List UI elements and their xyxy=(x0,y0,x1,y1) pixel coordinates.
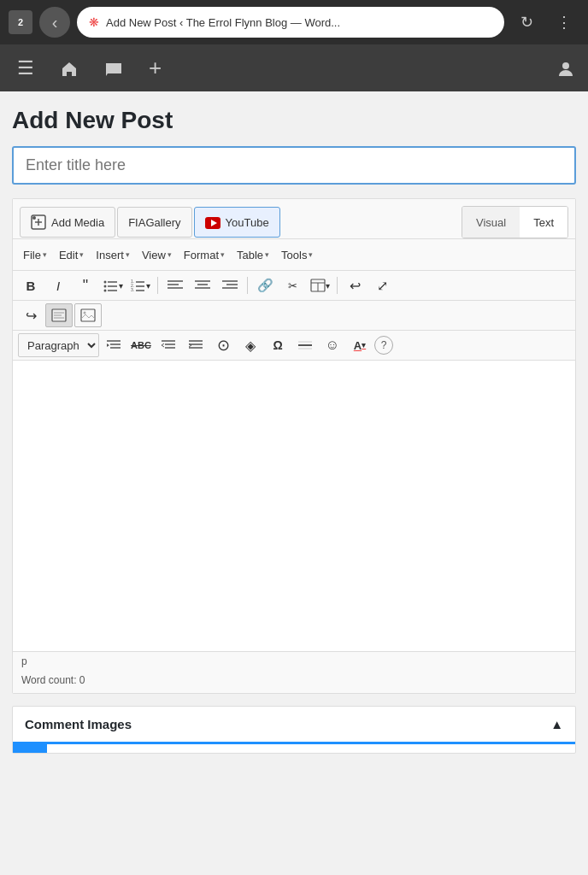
bullet-list-button[interactable]: ▾ xyxy=(100,273,126,297)
address-text: Add New Post ‹ The Errol Flynn Blog — Wo… xyxy=(106,16,340,29)
svg-point-0 xyxy=(562,62,569,69)
comment-images-header[interactable]: Comment Images ▲ xyxy=(13,707,575,744)
tab-count: 2 xyxy=(9,10,32,34)
table-menu[interactable]: Table ▾ xyxy=(232,243,274,267)
word-count-label: Word count: xyxy=(21,674,76,686)
italic-button[interactable]: I xyxy=(45,273,71,297)
svg-point-7 xyxy=(103,285,106,288)
format-row-2: ↪ xyxy=(13,301,575,331)
comment-images-collapse-icon[interactable]: ▲ xyxy=(550,717,563,731)
format-chevron-icon: ▾ xyxy=(220,250,225,259)
visual-text-tabs: Visual Text xyxy=(462,206,568,238)
fla-gallery-label: FIAGallery xyxy=(128,216,180,229)
add-media-button[interactable]: Add Media xyxy=(20,207,115,238)
link-button[interactable]: 🔗 xyxy=(252,273,278,297)
media-row: Add Media FIAGallery YouTube Visual Text xyxy=(13,199,575,239)
edit-menu[interactable]: Edit ▾ xyxy=(54,243,89,267)
youtube-label: YouTube xyxy=(226,216,269,229)
home-button[interactable] xyxy=(55,52,84,85)
divider-1 xyxy=(157,277,158,294)
add-media-icon xyxy=(31,214,46,231)
more-button[interactable]: ⋮ xyxy=(549,7,579,38)
strikethrough-button[interactable]: ABC xyxy=(128,333,154,357)
svg-point-9 xyxy=(103,290,106,292)
editor-container: Add Media FIAGallery YouTube Visual Text xyxy=(12,198,576,694)
format-row-3: Paragraph Heading 1 Heading 2 Heading 3 … xyxy=(13,331,575,361)
paragraph-select[interactable]: Paragraph Heading 1 Heading 2 Heading 3 xyxy=(18,333,99,357)
tools-menu[interactable]: Tools ▾ xyxy=(276,243,318,267)
numbered-list-button[interactable]: 1.2.3. ▾ xyxy=(127,273,153,297)
emoji-button[interactable]: ☺ xyxy=(320,333,345,357)
align-center-button[interactable] xyxy=(190,273,215,297)
text-color-button[interactable]: A ▾ xyxy=(347,333,373,357)
eraser-button[interactable]: ◈ xyxy=(238,333,263,357)
post-title-input[interactable] xyxy=(12,146,576,185)
user-button[interactable] xyxy=(556,56,576,79)
view-menu[interactable]: View ▾ xyxy=(137,243,177,267)
editor-body[interactable] xyxy=(13,361,575,651)
table-insert-button[interactable]: ▾ xyxy=(307,273,332,297)
view-chevron-icon: ▾ xyxy=(168,250,172,259)
indent-button[interactable] xyxy=(101,333,126,357)
divider-3 xyxy=(337,277,338,294)
file-chevron-icon: ▾ xyxy=(43,250,47,259)
youtube-icon xyxy=(205,214,220,230)
format-menu[interactable]: Format ▾ xyxy=(179,243,230,267)
browser-chrome: 2 ‹ ❋ Add New Post ‹ The Errol Flynn Blo… xyxy=(0,0,588,44)
nav-bar: ☰ + xyxy=(0,44,588,91)
outdent-button[interactable] xyxy=(156,333,181,357)
bold-button[interactable]: B xyxy=(18,273,44,297)
insert-menu[interactable]: Insert ▾ xyxy=(91,243,135,267)
text-tab[interactable]: Text xyxy=(520,207,567,238)
menu-row: File ▾ Edit ▾ Insert ▾ View ▾ Format ▾ T… xyxy=(13,239,575,271)
file-menu[interactable]: File ▾ xyxy=(18,243,52,267)
add-media-label: Add Media xyxy=(51,216,104,229)
page-content: Add New Post Add Media FIAGallery xyxy=(0,91,588,766)
visual-tab[interactable]: Visual xyxy=(462,207,520,238)
divider-2 xyxy=(247,277,248,294)
special-char-button[interactable]: Ω xyxy=(265,333,291,357)
svg-point-2 xyxy=(32,216,36,220)
page-title: Add New Post xyxy=(12,107,576,134)
menu-button[interactable]: ☰ xyxy=(12,52,39,85)
edit-chevron-icon: ▾ xyxy=(79,250,84,259)
add-button[interactable]: + xyxy=(144,50,167,86)
svg-rect-33 xyxy=(81,309,95,321)
source-button[interactable] xyxy=(45,303,73,327)
fla-gallery-button[interactable]: FIAGallery xyxy=(117,207,191,238)
help-button[interactable]: ? xyxy=(374,336,393,355)
horizontal-rule-button[interactable] xyxy=(292,333,318,357)
comment-button[interactable] xyxy=(99,52,128,85)
comment-images-title: Comment Images xyxy=(25,717,132,731)
insert-chevron-icon: ▾ xyxy=(126,250,130,259)
table-chevron-icon: ▾ xyxy=(326,281,330,291)
unlink-button[interactable]: ✂ xyxy=(279,273,305,297)
current-element: p xyxy=(21,655,27,667)
comment-images-body xyxy=(13,744,575,753)
numbered-chevron-icon: ▾ xyxy=(146,281,150,291)
indent2-button[interactable] xyxy=(183,333,209,357)
word-count-bar: Word count: 0 xyxy=(13,671,575,693)
svg-text:3.: 3. xyxy=(131,287,134,292)
svg-point-34 xyxy=(84,312,86,314)
align-right-button[interactable] xyxy=(217,273,243,297)
blockquote-button[interactable]: " xyxy=(73,273,98,297)
table-chevron-icon: ▾ xyxy=(265,250,269,259)
comment-images-section: Comment Images ▲ xyxy=(12,706,576,754)
fullscreen-button[interactable]: ⤢ xyxy=(369,273,395,297)
favicon-icon: ❋ xyxy=(89,15,99,29)
youtube-button[interactable]: YouTube xyxy=(194,207,280,238)
page-break-button[interactable]: ⊙ xyxy=(210,333,236,357)
reload-button[interactable]: ↻ xyxy=(511,7,542,38)
image-button[interactable] xyxy=(74,303,102,327)
back-button[interactable]: ‹ xyxy=(39,7,70,38)
status-bar: p xyxy=(13,651,575,671)
blue-indicator-bar xyxy=(13,744,47,753)
address-bar[interactable]: ❋ Add New Post ‹ The Errol Flynn Blog — … xyxy=(77,7,504,38)
svg-point-5 xyxy=(103,281,106,284)
text-color-chevron-icon: ▾ xyxy=(362,341,366,349)
align-left-button[interactable] xyxy=(162,273,188,297)
undo-button[interactable]: ↩ xyxy=(342,273,368,297)
redo-button[interactable]: ↪ xyxy=(18,303,44,327)
bullet-chevron-icon: ▾ xyxy=(119,281,123,291)
